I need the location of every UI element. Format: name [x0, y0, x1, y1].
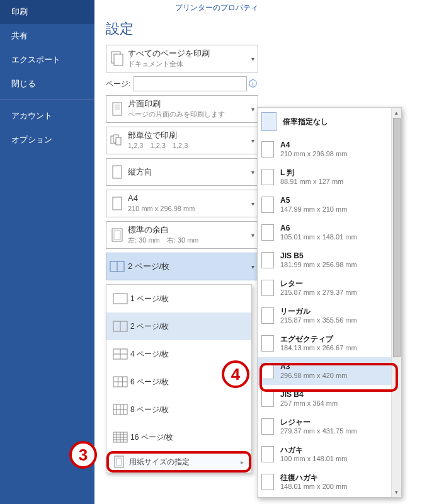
sides-combo[interactable]: 片面印刷 ページの片面のみを印刷します ▾: [106, 95, 258, 123]
combo-title: すべてのページを印刷: [128, 49, 248, 59]
paper-size-option[interactable]: L 判88.91 mm x 127 mm: [258, 163, 392, 191]
paper-size-option[interactable]: JIS B4257 mm x 364 mm: [258, 385, 392, 413]
combo-subtitle: 210 mm x 296.98 mm: [128, 204, 248, 213]
paper-size-labels: レター215.87 mm x 279.37 mm: [280, 279, 357, 297]
combo-text: 片面印刷 ページの片面のみを印刷します: [128, 99, 248, 118]
paper-size-option[interactable]: レジャー279.37 mm x 431.75 mm: [258, 413, 392, 440]
pps-option-label: 4 ページ/枚: [130, 349, 169, 360]
paper-size-dims: 210 mm x 296.98 mm: [280, 150, 347, 159]
pages-label: ページ:: [106, 79, 134, 89]
nup-icon: [110, 404, 130, 415]
sidebar-item-export[interactable]: エクスポート: [0, 48, 94, 72]
collate-icon: [106, 134, 128, 147]
combo-subtitle: ドキュメント全体: [128, 59, 248, 68]
nup-icon: [110, 293, 130, 304]
svg-rect-38: [117, 458, 122, 466]
paper-size-labels: A4210 mm x 296.98 mm: [280, 140, 347, 159]
pps-option[interactable]: 2 ページ/枚: [106, 312, 251, 340]
scroll-up-arrow[interactable]: ▴: [392, 108, 401, 118]
combo-subtitle: 1,2,3 1,2,3 1,2,3: [128, 141, 248, 150]
paper-size-option[interactable]: 往復ハガキ148.01 mm x 200 mm: [258, 468, 392, 496]
sidebar-item-options[interactable]: オプション: [0, 128, 94, 152]
paper-size-option[interactable]: リーガル215.87 mm x 355.56 mm: [258, 302, 392, 329]
chevron-down-icon: ▾: [248, 200, 258, 207]
paper-size-name: A6: [280, 224, 357, 233]
combo-text: 縦方向: [128, 167, 248, 178]
pages-row: ページ: ⓘ: [106, 76, 258, 91]
margins-combo[interactable]: 標準の余白 左: 30 mm 右: 30 mm ▾: [106, 221, 258, 249]
scroll-down-arrow[interactable]: ▾: [392, 487, 401, 497]
scrollbar[interactable]: ▴ ▾: [391, 108, 401, 497]
sidebar-item-close[interactable]: 閉じる: [0, 72, 94, 96]
paper-swatch: [261, 141, 274, 158]
paper-swatch: [261, 418, 274, 435]
chevron-down-icon: ▾: [248, 137, 258, 144]
orientation-combo[interactable]: 縦方向 ▾: [106, 158, 258, 186]
sidebar-item-account[interactable]: アカウント: [0, 104, 94, 128]
paper-swatch: [261, 391, 274, 407]
pps-option[interactable]: 16 ページ/枚: [106, 423, 251, 451]
sidebar-item-label: アカウント: [11, 111, 52, 120]
pps-option[interactable]: 1 ページ/枚: [106, 285, 251, 312]
paper-size-dims: 279.37 mm x 431.75 mm: [280, 427, 357, 436]
paper-size-option[interactable]: A5147.99 mm x 210 mm: [258, 191, 392, 219]
paper-size-option[interactable]: A4210 mm x 296.98 mm: [258, 135, 392, 163]
two-up-icon: [106, 261, 128, 272]
combo-title: 標準の余白: [128, 225, 248, 236]
svg-rect-12: [114, 231, 120, 239]
paper-size-labels: リーガル215.87 mm x 355.56 mm: [280, 307, 357, 325]
sidebar-item-print[interactable]: 印刷: [0, 0, 94, 24]
paper-size-labels: 往復ハガキ148.01 mm x 200 mm: [280, 473, 347, 491]
paper-swatch: [261, 112, 277, 131]
chevron-down-icon: ▾: [248, 169, 258, 176]
combo-title: A4: [128, 193, 248, 204]
paper-size-dims: 181.99 mm x 256.98 mm: [280, 261, 357, 270]
info-icon[interactable]: ⓘ: [247, 78, 258, 89]
page-icon: [106, 197, 128, 210]
combo-title: 2 ページ/枚: [128, 261, 248, 272]
paper-size-name: A3: [280, 362, 347, 372]
printer-properties-link[interactable]: プリンターのプロパティ: [106, 0, 258, 18]
paper-size-combo[interactable]: A4 210 mm x 296.98 mm ▾: [106, 190, 258, 217]
paper-size-option[interactable]: エグゼクティブ184.13 mm x 266.67 mm: [258, 329, 392, 357]
paper-size-option[interactable]: 倍率指定なし: [258, 108, 392, 135]
paper-size-dims: 257 mm x 364 mm: [280, 399, 338, 408]
chevron-right-icon: ▸: [241, 459, 244, 466]
pps-option[interactable]: 8 ページ/枚: [106, 396, 251, 423]
print-scope-combo[interactable]: すべてのページを印刷 ドキュメント全体 ▾: [106, 45, 258, 72]
paper-size-option[interactable]: JIS B5181.99 mm x 256.98 mm: [258, 246, 392, 274]
paper-size-option[interactable]: A3296.98 mm x 420 mm: [258, 357, 392, 385]
combo-subtitle: ページの片面のみを印刷します: [128, 110, 248, 118]
paper-swatch: [261, 252, 274, 268]
pages-input[interactable]: [134, 76, 247, 91]
sidebar-item-label: エクスポート: [11, 55, 60, 64]
paper-swatch: [261, 197, 274, 213]
combo-text: A4 210 mm x 296.98 mm: [128, 193, 248, 213]
backstage-sidebar: 印刷 共有 エクスポート 閉じる アカウント オプション: [0, 0, 94, 504]
paper-size-option[interactable]: レター215.87 mm x 279.37 mm: [258, 274, 392, 302]
scroll-thumb[interactable]: [393, 118, 401, 357]
paper-size-dims: 88.91 mm x 127 mm: [280, 178, 343, 186]
paper-size-option[interactable]: ハガキ100 mm x 148.01 mm: [258, 440, 392, 468]
pps-option[interactable]: 4 ページ/枚: [106, 340, 251, 368]
paper-size-labels: レジャー279.37 mm x 431.75 mm: [280, 418, 357, 436]
paper-size-option[interactable]: A6105.01 mm x 148.01 mm: [258, 219, 392, 246]
pps-option[interactable]: 6 ページ/枚: [106, 368, 251, 396]
collate-combo[interactable]: 部単位で印刷 1,2,3 1,2,3 1,2,3 ▾: [106, 127, 258, 154]
pps-option-label: 8 ページ/枚: [130, 404, 169, 415]
scale-to-paper-size[interactable]: 用紙サイズの指定▸: [106, 451, 251, 472]
paper-size-labels: L 判88.91 mm x 127 mm: [280, 168, 343, 186]
combo-subtitle: 左: 30 mm 右: 30 mm: [128, 236, 248, 244]
paper-size-labels: JIS B5181.99 mm x 256.98 mm: [280, 251, 357, 270]
sidebar-separator: [0, 100, 94, 100]
pps-option-label: 2 ページ/枚: [130, 321, 169, 332]
pages-per-sheet-combo[interactable]: 2 ページ/枚 ▾: [106, 253, 258, 280]
paper-size-dims: 147.99 mm x 210 mm: [280, 205, 347, 214]
paper-size-labels: エグゼクティブ184.13 mm x 266.67 mm: [280, 335, 357, 353]
sidebar-item-share[interactable]: 共有: [0, 24, 94, 48]
paper-size-labels: JIS B4257 mm x 364 mm: [280, 390, 338, 408]
paper-swatch: [261, 280, 274, 296]
paper-size-icon: [114, 455, 124, 468]
paper-size-dims: 100 mm x 148.01 mm: [280, 455, 347, 464]
portrait-icon: [106, 165, 128, 179]
